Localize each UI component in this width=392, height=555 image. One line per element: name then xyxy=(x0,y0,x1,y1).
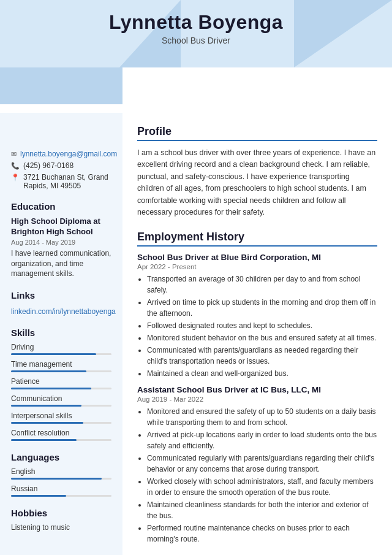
job-bullet: Monitored and ensured the safety of up t… xyxy=(147,406,377,428)
job-bullet: Communicated with parents/guardians as n… xyxy=(147,345,377,367)
skill-name: Patience xyxy=(11,377,111,386)
skill-bar-fill xyxy=(11,439,77,441)
skill-bar-bg xyxy=(11,388,111,389)
skill-name: Communication xyxy=(11,394,111,403)
language-item: Russian xyxy=(11,484,111,497)
language-bar-bg xyxy=(11,478,111,480)
language-name: Russian xyxy=(11,484,111,493)
languages-list: English Russian xyxy=(11,467,111,497)
address-text: 3721 Buchanan St, Grand Rapids, MI 49505 xyxy=(23,173,111,190)
skill-name: Interpersonal skills xyxy=(11,411,111,420)
language-item: English xyxy=(11,467,111,480)
employment-title: Employment History xyxy=(137,231,377,247)
skill-item: Communication xyxy=(11,394,111,407)
education-title: Education xyxy=(11,201,111,212)
skill-bar-fill xyxy=(11,388,91,389)
skill-bar-bg xyxy=(11,405,111,407)
email-link[interactable]: lynnetta.boyenga@gmail.com xyxy=(20,150,117,158)
address-item: 📍 3721 Buchanan St, Grand Rapids, MI 495… xyxy=(11,173,111,190)
links-title: Links xyxy=(11,290,111,300)
job-bullet: Arrived at pick-up locations early in or… xyxy=(147,429,377,451)
language-bar-fill xyxy=(11,478,102,480)
email-icon: ✉ xyxy=(11,150,17,158)
profile-section: Profile I am a school bus driver with ov… xyxy=(137,125,377,218)
sidebar-accent xyxy=(0,67,123,104)
linkedin-link[interactable]: linkedin.com/in/lynnettaboyenga xyxy=(11,307,116,316)
phone-icon: 📞 xyxy=(11,162,20,170)
skill-bar-fill xyxy=(11,422,83,424)
skill-bar-fill xyxy=(11,353,96,355)
skill-item: Interpersonal skills xyxy=(11,411,111,424)
main-content: Profile I am a school bus driver with ov… xyxy=(123,113,392,555)
skills-section: Skills Driving Time management Patience … xyxy=(11,327,111,441)
language-bar-fill xyxy=(11,495,66,497)
hobbies-section: Hobbies Listening to music xyxy=(11,508,111,532)
job-item: Assistant School Bus Driver at IC Bus, L… xyxy=(137,385,377,545)
skills-list: Driving Time management Patience Communi… xyxy=(11,343,111,441)
page-layout: ✉ lynnetta.boyenga@gmail.com 📞 (425) 967… xyxy=(0,113,392,555)
phone-text: (425) 967-0168 xyxy=(23,161,74,170)
language-bar-bg xyxy=(11,495,111,497)
jobs-list: School Bus Driver at Blue Bird Corporati… xyxy=(137,253,377,545)
language-name: English xyxy=(11,467,111,476)
candidate-title: School Bus Driver xyxy=(0,36,392,45)
job-bullet: Followed designated routes and kept to s… xyxy=(147,320,377,331)
sidebar: ✉ lynnetta.boyenga@gmail.com 📞 (425) 967… xyxy=(0,113,123,555)
skill-bar-bg xyxy=(11,370,111,372)
skill-item: Driving xyxy=(11,343,111,355)
hobbies-title: Hobbies xyxy=(11,508,111,518)
phone-item: 📞 (425) 967-0168 xyxy=(11,161,111,170)
job-bullets: Transported an average of 30 children pe… xyxy=(137,274,377,379)
job-date: Apr 2022 - Present xyxy=(137,263,377,270)
job-bullet: Monitored student behavior on the bus an… xyxy=(147,332,377,343)
job-bullet: Maintained cleanliness standards for bot… xyxy=(147,499,377,521)
location-icon: 📍 xyxy=(11,174,20,182)
skill-bar-fill xyxy=(11,405,81,407)
job-bullet: Transported an average of 30 children pe… xyxy=(147,274,377,296)
job-bullet: Worked closely with school administrator… xyxy=(147,476,377,498)
skill-bar-bg xyxy=(11,439,111,441)
candidate-name: Lynnetta Boyenga xyxy=(0,11,392,34)
education-degree: High School Diploma at Brighton High Sch… xyxy=(11,216,111,237)
job-bullet: Performed routine maintenance checks on … xyxy=(147,522,377,545)
email-item: ✉ lynnetta.boyenga@gmail.com xyxy=(11,150,111,158)
job-date: Aug 2019 - Mar 2022 xyxy=(137,396,377,403)
profile-text: I am a school bus driver with over three… xyxy=(137,147,377,218)
skill-name: Time management xyxy=(11,360,111,369)
skill-name: Conflict resolution xyxy=(11,429,111,437)
contact-section: ✉ lynnetta.boyenga@gmail.com 📞 (425) 967… xyxy=(11,150,111,190)
job-bullet: Arrived on time to pick up students in t… xyxy=(147,297,377,319)
skill-item: Conflict resolution xyxy=(11,429,111,441)
skill-item: Patience xyxy=(11,377,111,389)
languages-section: Languages English Russian xyxy=(11,452,111,497)
employment-section: Employment History School Bus Driver at … xyxy=(137,231,377,545)
skill-name: Driving xyxy=(11,343,111,351)
skill-bar-bg xyxy=(11,353,111,355)
hobbies-text: Listening to music xyxy=(11,523,111,532)
job-bullet: Communicated regularly with parents/guar… xyxy=(147,453,377,475)
languages-title: Languages xyxy=(11,452,111,462)
education-dates: Aug 2014 - May 2019 xyxy=(11,239,111,246)
skill-bar-bg xyxy=(11,422,111,424)
job-bullet: Maintained a clean and well-organized bu… xyxy=(147,368,377,379)
education-description: I have learned communication, organizati… xyxy=(11,248,111,279)
skill-item: Time management xyxy=(11,360,111,372)
links-section: Links linkedin.com/in/lynnettaboyenga xyxy=(11,290,111,316)
job-bullets: Monitored and ensured the safety of up t… xyxy=(137,406,377,545)
skill-bar-fill xyxy=(11,370,86,372)
skills-title: Skills xyxy=(11,327,111,338)
header: Lynnetta Boyenga School Bus Driver xyxy=(0,0,392,45)
job-item: School Bus Driver at Blue Bird Corporati… xyxy=(137,253,377,379)
profile-title: Profile xyxy=(137,125,377,141)
job-title: Assistant School Bus Driver at IC Bus, L… xyxy=(137,385,377,394)
job-title: School Bus Driver at Blue Bird Corporati… xyxy=(137,253,377,262)
education-section: Education High School Diploma at Brighto… xyxy=(11,201,111,279)
